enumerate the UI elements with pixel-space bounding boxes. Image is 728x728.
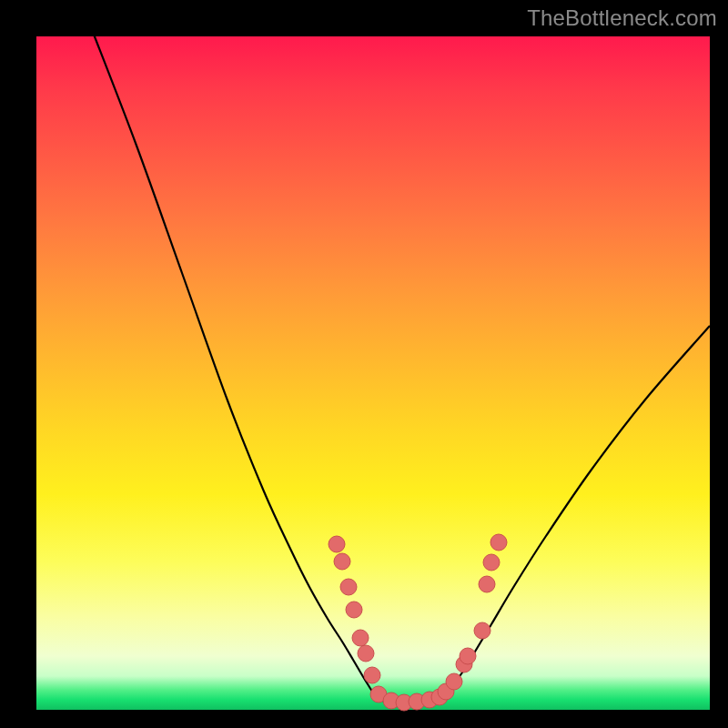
curve-marker: [479, 576, 495, 592]
watermark-text: TheBottleneck.com: [527, 5, 717, 31]
curve-marker: [446, 673, 462, 690]
bottleneck-curve: [91, 27, 710, 703]
curve-marker: [329, 536, 345, 552]
curve-marker: [346, 602, 362, 618]
curve-marker: [352, 630, 369, 646]
curve-markers: [329, 534, 507, 711]
curve-marker: [490, 534, 507, 551]
curve-marker: [358, 645, 374, 662]
curve-svg: [36, 36, 710, 710]
curve-marker: [474, 622, 490, 639]
plot-area: [36, 36, 710, 710]
curve-marker: [334, 553, 350, 570]
curve-marker: [364, 667, 380, 683]
curve-marker: [340, 579, 357, 595]
chart-frame: TheBottleneck.com: [0, 0, 728, 728]
curve-marker: [483, 554, 500, 571]
curve-marker: [460, 648, 476, 664]
